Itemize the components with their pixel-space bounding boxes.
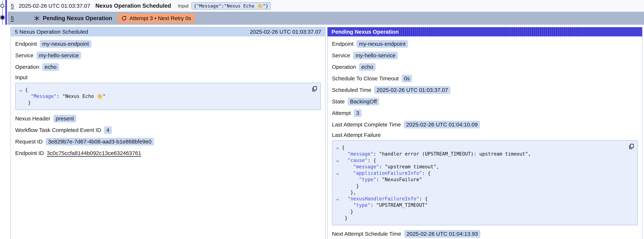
retry-badge-text: Attempt 3 • Next Retry 0s (130, 15, 191, 22)
field-value-badge: my-nexus-endpoint (356, 40, 408, 48)
field-value-badge: 2025-02-26 UTC 01:03:37.07 (374, 86, 450, 94)
field-endpoint: Endpointmy-nexus-endpoint (15, 40, 321, 48)
field-value-badge: 3e829b7e-7d67-4b08-aad3-b1e868bfe9e0 (46, 138, 154, 146)
pending-operation-panel: Pending Nexus Operation Endpointmy-nexus… (327, 27, 642, 239)
chevron-down-icon[interactable] (19, 88, 23, 92)
copy-icon[interactable] (311, 86, 318, 92)
field-value-badge: 3 (354, 109, 362, 117)
input-block-label: Input (15, 74, 321, 80)
field-label: Workflow Task Completed Event ID (15, 127, 101, 133)
field-label: Attempt (332, 110, 351, 116)
json-code-line: } (334, 215, 624, 221)
json-code-line: "Message": "Nexus Echo 👋" (18, 93, 308, 100)
event-row-nexus-operation-scheduled[interactable]: 5 2025-02-26 UTC 01:03:37.07 Nexus Opera… (8, 0, 644, 12)
field-endpoint-id: Endpoint ID3c0c75ccfa8144b092c13ce632463… (15, 149, 321, 158)
field-next-attempt-schedule-time: Next Attempt Schedule Time2025-02-26 UTC… (332, 230, 638, 238)
event-panel-title: 5 Nexus Operation Scheduled (15, 29, 88, 35)
field-attempt: Attempt3 (332, 109, 638, 117)
retry-icon (121, 16, 127, 21)
field-state: StateBackingOff (332, 97, 638, 106)
field-scheduled-time: Scheduled Time2025-02-26 UTC 01:03:37.07 (332, 86, 638, 94)
json-code-line: "cause": { (334, 157, 624, 164)
field-label: Endpoint (15, 41, 37, 47)
field-value-link[interactable]: 3c0c75ccfa8144b092c13ce632463761 (47, 150, 141, 156)
json-code-line: { (334, 144, 624, 151)
field-request-id: Request ID3e829b7e-7d67-4b08-aad3-b1e868… (15, 138, 321, 146)
pending-panel-header: Pending Nexus Operation (328, 27, 642, 36)
pending-asterisk-icon (34, 15, 40, 22)
field-label: Service (15, 52, 34, 58)
pending-marker-dot-icon (1, 16, 4, 19)
json-code-line: "nexusHandlerFailureInfo": { (334, 196, 624, 202)
pending-panel-title: Pending Nexus Operation (332, 29, 399, 35)
pending-title: Pending Nexus Operation (43, 15, 112, 22)
event-input-chip[interactable]: {"Message":"Nexus Echo 👋"} (192, 2, 270, 10)
json-code-line: "applicationFailureInfo": { (334, 170, 624, 176)
json-code-line: { (18, 87, 308, 93)
field-operation: Operationecho (15, 63, 321, 71)
json-code-line: "message": "handler error (UPSTREAM_TIME… (334, 151, 624, 157)
field-service: Servicemy-hello-service (15, 51, 321, 60)
field-value-badge: my-hello-service (353, 52, 398, 59)
event-panel-time: 2025-02-26 UTC 01:03:37.07 (250, 29, 321, 35)
field-value-badge: 2025-02-26 UTC 01:04:13.93 (404, 230, 480, 238)
json-code-line: } (334, 208, 624, 215)
field-value-badge: present (53, 115, 76, 122)
field-value-badge: my-hello-service (36, 52, 81, 59)
field-label: Scheduled Time (332, 87, 371, 93)
field-operation: Operationecho (332, 63, 638, 71)
field-schedule-to-close-timeout: Schedule To Close Timeout0s (332, 74, 638, 83)
json-code-line: "message": "upstream timeout", (334, 164, 624, 170)
field-label: Operation (15, 64, 39, 70)
field-label: Last Attempt Complete Time (332, 122, 401, 128)
event-id-link[interactable]: 5 (11, 3, 14, 9)
chevron-down-icon[interactable] (336, 171, 340, 175)
field-label: Service (332, 52, 350, 58)
json-code-line: } (18, 100, 308, 106)
field-value-badge: 0s (402, 75, 412, 82)
field-label: Endpoint ID (15, 150, 44, 156)
detail-panels: 5 Nexus Operation Scheduled 2025-02-26 U… (10, 27, 642, 239)
event-marker-circle-icon (0, 4, 4, 8)
failure-block-label: Last Attempt Failure (332, 132, 638, 138)
retry-status-badge: Attempt 3 • Next Retry 0s (118, 14, 195, 23)
field-label: Endpoint (332, 41, 354, 47)
json-code-line: "type": "UPSTREAM_TIMEOUT" (334, 202, 624, 208)
event-title: Nexus Operation Scheduled (95, 2, 171, 9)
timeline-gutter (0, 0, 8, 26)
event-detail-panel: 5 Nexus Operation Scheduled 2025-02-26 U… (10, 27, 326, 239)
field-service: Servicemy-hello-service (332, 51, 638, 60)
event-row-pending-nexus-operation[interactable]: 5 Pending Nexus Operation Attempt 3 • Ne… (8, 12, 644, 25)
event-time: 2025-02-26 UTC 01:03:37.07 (19, 3, 90, 9)
field-value-badge: my-nexus-endpoint (40, 40, 91, 48)
event-input-label: Input (178, 3, 188, 9)
json-code-line: } (334, 183, 624, 189)
field-workflow-task-completed-event-id: Workflow Task Completed Event ID4 (15, 126, 321, 134)
input-json-block: {"Message": "Nexus Echo 👋"} (15, 83, 321, 110)
failure-json-block: {"message": "handler error (UPSTREAM_TIM… (332, 140, 638, 225)
field-value-badge: 4 (104, 126, 112, 134)
field-label: State (332, 98, 345, 105)
copy-icon[interactable] (628, 143, 634, 150)
field-label: Request ID (15, 138, 43, 145)
event-panel-body: Endpointmy-nexus-endpointServicemy-hello… (11, 36, 325, 239)
json-code-line: }, (334, 189, 624, 196)
pending-id-link[interactable]: 5 (11, 15, 14, 22)
chevron-down-icon[interactable] (336, 146, 340, 150)
field-label: Schedule To Close Timeout (332, 76, 399, 82)
field-value-badge: echo (359, 63, 376, 71)
event-panel-header: 5 Nexus Operation Scheduled 2025-02-26 U… (11, 27, 325, 36)
field-endpoint: Endpointmy-nexus-endpoint (332, 40, 638, 48)
field-value-badge: BackingOff (348, 98, 379, 106)
field-label: Nexus Header (15, 116, 50, 122)
field-label: Operation (332, 64, 356, 70)
field-value-badge: echo (42, 63, 59, 71)
pending-panel-body: Endpointmy-nexus-endpointServicemy-hello… (328, 36, 642, 239)
field-value-badge: 2025-02-26 UTC 01:04:10.09 (404, 121, 480, 128)
field-last-attempt-complete-time: Last Attempt Complete Time2025-02-26 UTC… (332, 120, 638, 129)
json-code-line: "type": "NexusFailure" (334, 176, 624, 183)
selected-accent-bar (5, 0, 7, 25)
chevron-down-icon[interactable] (336, 197, 340, 201)
chevron-down-icon[interactable] (336, 158, 340, 162)
field-label: Next Attempt Schedule Time (332, 231, 401, 237)
